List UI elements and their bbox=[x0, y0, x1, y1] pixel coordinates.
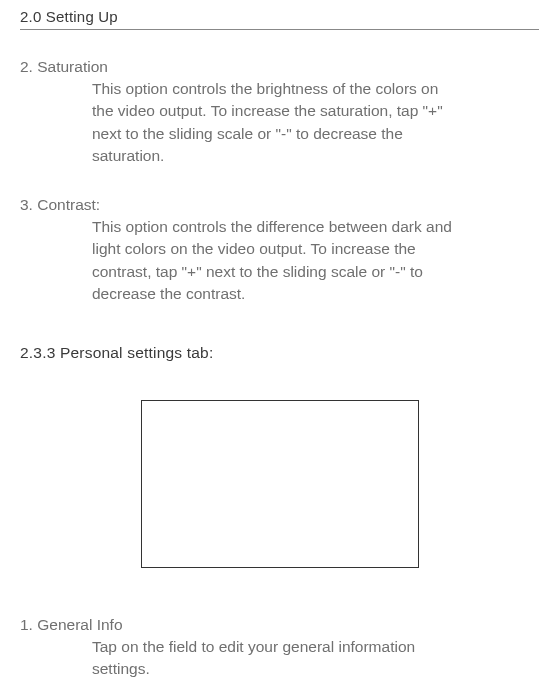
item-body: Tap on the field to edit your general in… bbox=[92, 636, 462, 681]
item-body: This option controls the brightness of t… bbox=[92, 78, 462, 168]
item-title: 1. General Info bbox=[20, 616, 539, 634]
item-title: 3. Contrast: bbox=[20, 196, 539, 214]
item-body: This option controls the difference betw… bbox=[92, 216, 462, 306]
page-header: 2.0 Setting Up bbox=[20, 8, 539, 30]
item-contrast: 3. Contrast: This option controls the di… bbox=[20, 196, 539, 306]
item-general-info: 1. General Info Tap on the field to edit… bbox=[20, 616, 539, 681]
subsection-title: 2.3.3 Personal settings tab: bbox=[20, 344, 539, 362]
item-title: 2. Saturation bbox=[20, 58, 539, 76]
item-saturation: 2. Saturation This option controls the b… bbox=[20, 58, 539, 168]
screenshot-placeholder bbox=[141, 400, 419, 568]
